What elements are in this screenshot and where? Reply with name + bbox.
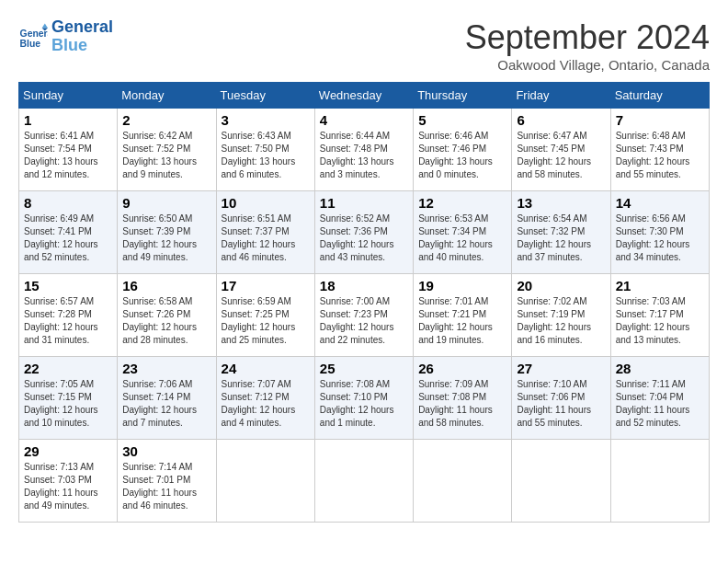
day-info: Sunrise: 7:13 AMSunset: 7:03 PMDaylight:… <box>24 461 112 512</box>
day-number: 13 <box>517 195 605 211</box>
calendar-cell: 17 Sunrise: 6:59 AMSunset: 7:25 PMDaylig… <box>216 274 314 357</box>
day-number: 19 <box>418 278 506 293</box>
day-number: 20 <box>517 278 605 293</box>
weekday-header-sunday: Sunday <box>19 83 118 109</box>
weekday-header-saturday: Saturday <box>610 83 709 109</box>
calendar-cell: 1 Sunrise: 6:41 AMSunset: 7:54 PMDayligh… <box>19 109 118 191</box>
calendar-cell <box>610 440 709 523</box>
calendar-cell: 16 Sunrise: 6:58 AMSunset: 7:26 PMDaylig… <box>118 274 216 357</box>
day-number: 6 <box>517 112 605 128</box>
day-info: Sunrise: 6:57 AMSunset: 7:28 PMDaylight:… <box>24 295 112 347</box>
day-info: Sunrise: 6:53 AMSunset: 7:34 PMDaylight:… <box>418 213 506 264</box>
day-info: Sunrise: 7:01 AMSunset: 7:21 PMDaylight:… <box>418 295 506 347</box>
weekday-header-monday: Monday <box>118 83 216 109</box>
day-number: 1 <box>24 112 112 128</box>
day-info: Sunrise: 7:02 AMSunset: 7:19 PMDaylight:… <box>517 295 605 347</box>
day-number: 17 <box>222 278 310 293</box>
calendar-cell: 18 Sunrise: 7:00 AMSunset: 7:23 PMDaylig… <box>314 274 413 357</box>
calendar-cell: 28 Sunrise: 7:11 AMSunset: 7:04 PMDaylig… <box>610 357 709 440</box>
day-info: Sunrise: 7:09 AMSunset: 7:08 PMDaylight:… <box>418 378 506 430</box>
calendar-cell: 10 Sunrise: 6:51 AMSunset: 7:37 PMDaylig… <box>216 191 314 274</box>
calendar-cell: 15 Sunrise: 6:57 AMSunset: 7:28 PMDaylig… <box>19 274 118 357</box>
day-info: Sunrise: 6:58 AMSunset: 7:26 PMDaylight:… <box>122 295 210 347</box>
day-info: Sunrise: 7:06 AMSunset: 7:14 PMDaylight:… <box>122 378 210 430</box>
week-row-3: 15 Sunrise: 6:57 AMSunset: 7:28 PMDaylig… <box>19 274 710 357</box>
day-info: Sunrise: 6:42 AMSunset: 7:52 PMDaylight:… <box>122 130 210 181</box>
title-block: September 2024 Oakwood Village, Ontario,… <box>465 18 710 73</box>
day-number: 2 <box>122 112 210 128</box>
day-number: 9 <box>122 195 210 211</box>
weekday-header-tuesday: Tuesday <box>216 83 314 109</box>
day-number: 11 <box>320 195 408 211</box>
calendar-cell: 27 Sunrise: 7:10 AMSunset: 7:06 PMDaylig… <box>512 357 610 440</box>
calendar-cell <box>314 440 413 523</box>
day-number: 22 <box>24 361 112 376</box>
calendar-cell: 14 Sunrise: 6:56 AMSunset: 7:30 PMDaylig… <box>610 191 709 274</box>
calendar-cell: 24 Sunrise: 7:07 AMSunset: 7:12 PMDaylig… <box>216 357 314 440</box>
calendar-cell: 7 Sunrise: 6:48 AMSunset: 7:43 PMDayligh… <box>610 109 709 191</box>
day-info: Sunrise: 7:11 AMSunset: 7:04 PMDaylight:… <box>616 378 704 430</box>
calendar-cell: 4 Sunrise: 6:44 AMSunset: 7:48 PMDayligh… <box>314 109 413 191</box>
day-info: Sunrise: 7:14 AMSunset: 7:01 PMDaylight:… <box>122 461 210 512</box>
day-info: Sunrise: 6:49 AMSunset: 7:41 PMDaylight:… <box>24 213 112 264</box>
day-number: 23 <box>122 361 210 376</box>
calendar-cell: 26 Sunrise: 7:09 AMSunset: 7:08 PMDaylig… <box>414 357 512 440</box>
calendar-table: SundayMondayTuesdayWednesdayThursdayFrid… <box>18 82 710 523</box>
svg-text:Blue: Blue <box>20 39 41 49</box>
calendar-cell: 3 Sunrise: 6:43 AMSunset: 7:50 PMDayligh… <box>216 109 314 191</box>
calendar-cell: 23 Sunrise: 7:06 AMSunset: 7:14 PMDaylig… <box>118 357 216 440</box>
day-info: Sunrise: 7:00 AMSunset: 7:23 PMDaylight:… <box>320 295 408 347</box>
day-info: Sunrise: 6:47 AMSunset: 7:45 PMDaylight:… <box>517 130 605 181</box>
calendar-cell: 20 Sunrise: 7:02 AMSunset: 7:19 PMDaylig… <box>512 274 610 357</box>
day-number: 5 <box>418 112 506 128</box>
month-title: September 2024 <box>465 18 710 57</box>
day-number: 15 <box>24 278 112 293</box>
calendar-cell: 30 Sunrise: 7:14 AMSunset: 7:01 PMDaylig… <box>118 440 216 523</box>
day-info: Sunrise: 6:56 AMSunset: 7:30 PMDaylight:… <box>616 213 704 264</box>
day-info: Sunrise: 7:05 AMSunset: 7:15 PMDaylight:… <box>24 378 112 430</box>
day-number: 28 <box>616 361 704 376</box>
page-header: General Blue General Blue September 2024… <box>18 18 710 73</box>
calendar-cell: 6 Sunrise: 6:47 AMSunset: 7:45 PMDayligh… <box>512 109 610 191</box>
calendar-cell: 9 Sunrise: 6:50 AMSunset: 7:39 PMDayligh… <box>118 191 216 274</box>
day-info: Sunrise: 6:50 AMSunset: 7:39 PMDaylight:… <box>122 213 210 264</box>
weekday-header-thursday: Thursday <box>414 83 512 109</box>
day-number: 29 <box>24 443 112 459</box>
day-number: 12 <box>418 195 506 211</box>
weekday-header-row: SundayMondayTuesdayWednesdayThursdayFrid… <box>19 83 710 109</box>
week-row-1: 1 Sunrise: 6:41 AMSunset: 7:54 PMDayligh… <box>19 109 710 191</box>
calendar-cell: 13 Sunrise: 6:54 AMSunset: 7:32 PMDaylig… <box>512 191 610 274</box>
day-info: Sunrise: 7:07 AMSunset: 7:12 PMDaylight:… <box>222 378 310 430</box>
day-number: 14 <box>616 195 704 211</box>
day-number: 8 <box>24 195 112 211</box>
day-number: 21 <box>616 278 704 293</box>
week-row-4: 22 Sunrise: 7:05 AMSunset: 7:15 PMDaylig… <box>19 357 710 440</box>
day-number: 27 <box>517 361 605 376</box>
day-info: Sunrise: 6:52 AMSunset: 7:36 PMDaylight:… <box>320 213 408 264</box>
weekday-header-friday: Friday <box>512 83 610 109</box>
calendar-cell: 12 Sunrise: 6:53 AMSunset: 7:34 PMDaylig… <box>414 191 512 274</box>
weekday-header-wednesday: Wednesday <box>314 83 413 109</box>
day-info: Sunrise: 6:54 AMSunset: 7:32 PMDaylight:… <box>517 213 605 264</box>
day-number: 25 <box>320 361 408 376</box>
day-info: Sunrise: 6:59 AMSunset: 7:25 PMDaylight:… <box>222 295 310 347</box>
day-number: 26 <box>418 361 506 376</box>
calendar-cell <box>512 440 610 523</box>
day-info: Sunrise: 6:46 AMSunset: 7:46 PMDaylight:… <box>418 130 506 181</box>
day-number: 7 <box>616 112 704 128</box>
logo: General Blue General Blue <box>18 18 113 55</box>
calendar-cell <box>414 440 512 523</box>
day-number: 4 <box>320 112 408 128</box>
calendar-cell: 11 Sunrise: 6:52 AMSunset: 7:36 PMDaylig… <box>314 191 413 274</box>
day-info: Sunrise: 7:03 AMSunset: 7:17 PMDaylight:… <box>616 295 704 347</box>
calendar-cell: 2 Sunrise: 6:42 AMSunset: 7:52 PMDayligh… <box>118 109 216 191</box>
calendar-cell: 25 Sunrise: 7:08 AMSunset: 7:10 PMDaylig… <box>314 357 413 440</box>
svg-marker-3 <box>42 23 48 28</box>
day-info: Sunrise: 6:43 AMSunset: 7:50 PMDaylight:… <box>222 130 310 181</box>
calendar-cell: 29 Sunrise: 7:13 AMSunset: 7:03 PMDaylig… <box>19 440 118 523</box>
svg-text:General: General <box>20 29 48 39</box>
day-number: 3 <box>222 112 310 128</box>
calendar-cell: 8 Sunrise: 6:49 AMSunset: 7:41 PMDayligh… <box>19 191 118 274</box>
day-number: 16 <box>122 278 210 293</box>
week-row-2: 8 Sunrise: 6:49 AMSunset: 7:41 PMDayligh… <box>19 191 710 274</box>
